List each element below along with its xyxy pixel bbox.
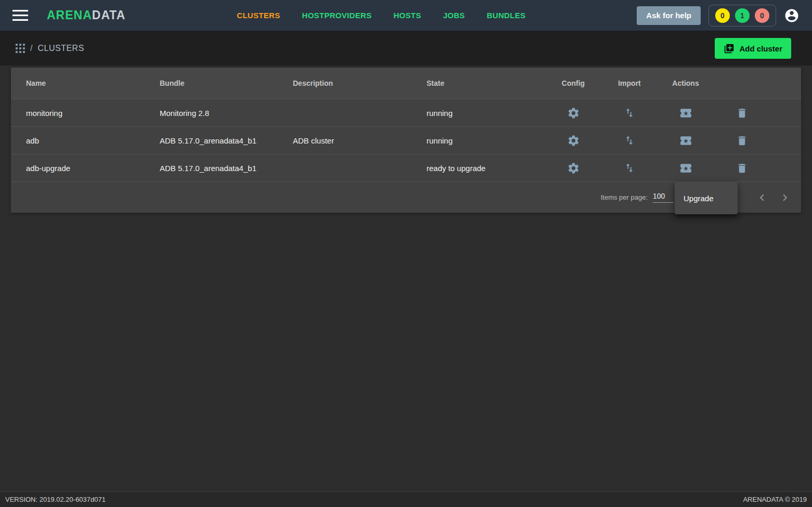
- nav-hosts[interactable]: HOSTS: [393, 11, 421, 20]
- jobs-success-badge[interactable]: 1: [735, 8, 750, 23]
- add-cluster-icon: [724, 43, 734, 54]
- nav-bundles[interactable]: BUNDLES: [487, 11, 526, 20]
- trash-icon: [736, 107, 748, 119]
- navbar-right-section: Ask for help 0 1 0: [637, 5, 800, 27]
- breadcrumb-current[interactable]: CLUSTERS: [37, 44, 84, 53]
- actions-button[interactable]: [679, 134, 692, 147]
- cell-bundle: ADB 5.17.0_arenadata4_b1: [160, 164, 293, 173]
- next-page-button[interactable]: [775, 187, 795, 208]
- account-circle-icon: [784, 8, 800, 23]
- cell-bundle: ADB 5.17.0_arenadata4_b1: [160, 136, 293, 145]
- cell-name: adb-upgrade: [11, 164, 160, 173]
- nav-hostproviders[interactable]: HOSTPROVIDERS: [302, 11, 372, 20]
- page-footer: VERSION: 2019.02.20-6037d071 ARENADATA ©…: [0, 491, 812, 507]
- main-content: Name Bundle Description State Config Imp…: [0, 66, 812, 491]
- version-text: VERSION: 2019.02.20-6037d071: [5, 496, 106, 503]
- add-cluster-button[interactable]: Add cluster: [715, 38, 791, 59]
- column-header-import: Import: [601, 79, 658, 87]
- import-button[interactable]: [624, 162, 635, 174]
- breadcrumb-bar: / CLUSTERS Add cluster: [0, 31, 812, 66]
- items-per-page-select[interactable]: 100: [653, 192, 674, 203]
- jobs-failed-badge[interactable]: 0: [755, 8, 769, 23]
- table-header-row: Name Bundle Description State Config Imp…: [11, 68, 801, 99]
- delete-button[interactable]: [736, 135, 748, 147]
- cell-state: running: [427, 109, 545, 118]
- config-button[interactable]: [567, 134, 580, 147]
- actions-button[interactable]: [679, 107, 692, 120]
- column-header-description: Description: [293, 79, 427, 87]
- actions-dropdown-menu: Upgrade: [675, 182, 738, 214]
- add-cluster-label: Add cluster: [739, 44, 782, 53]
- gear-icon: [567, 134, 580, 147]
- config-button[interactable]: [567, 107, 580, 120]
- arenadata-logo: ARENADATA: [47, 8, 125, 22]
- nav-clusters[interactable]: CLUSTERS: [237, 11, 280, 20]
- gear-icon: [567, 162, 580, 175]
- column-header-name: Name: [11, 79, 160, 87]
- ask-for-help-button[interactable]: Ask for help: [637, 6, 701, 25]
- copyright-text: ARENADATA © 2019: [743, 496, 807, 503]
- menu-button[interactable]: [12, 10, 28, 21]
- items-per-page-value: 100: [653, 192, 665, 200]
- delete-button[interactable]: [736, 107, 748, 119]
- cell-bundle: Monitoring 2.8: [160, 109, 293, 118]
- top-navbar: ARENADATA CLUSTERS HOSTPROVIDERS HOSTS J…: [0, 0, 812, 31]
- nav-jobs[interactable]: JOBS: [443, 11, 465, 20]
- import-button[interactable]: [624, 135, 635, 146]
- column-header-state: State: [427, 79, 545, 87]
- trash-icon: [736, 162, 748, 174]
- column-header-bundle: Bundle: [160, 79, 293, 87]
- logo-text-arena: ARENA: [47, 8, 92, 22]
- logo-text-data: DATA: [92, 8, 125, 22]
- account-button[interactable]: [784, 8, 800, 23]
- upgrade-menu-item[interactable]: Upgrade: [675, 182, 738, 214]
- jobs-warning-badge[interactable]: 0: [715, 8, 730, 23]
- cell-name: monitoring: [11, 109, 160, 118]
- config-button[interactable]: [567, 162, 580, 175]
- actions-ticket-icon: [679, 134, 692, 147]
- table-row[interactable]: monitoring Monitoring 2.8 running: [11, 99, 801, 126]
- breadcrumb-separator: /: [30, 44, 32, 53]
- job-status-badges: 0 1 0: [708, 5, 776, 27]
- column-header-config: Config: [545, 79, 601, 87]
- table-row[interactable]: adb ADB 5.17.0_arenadata4_b1 ADB cluster…: [11, 126, 801, 154]
- column-header-actions: Actions: [658, 79, 714, 87]
- import-button[interactable]: [624, 107, 635, 119]
- actions-button[interactable]: [679, 162, 692, 175]
- actions-ticket-icon: [679, 162, 692, 175]
- table-row[interactable]: adb-upgrade ADB 5.17.0_arenadata4_b1 rea…: [11, 154, 801, 181]
- import-export-icon: [624, 162, 635, 174]
- chevron-left-icon: [755, 191, 769, 204]
- import-export-icon: [624, 107, 635, 119]
- actions-ticket-icon: [679, 107, 692, 120]
- hamburger-icon: [12, 10, 28, 21]
- gear-icon: [567, 107, 580, 120]
- trash-icon: [736, 135, 748, 147]
- delete-button[interactable]: [736, 162, 748, 174]
- cell-name: adb: [11, 136, 160, 145]
- cell-description: ADB cluster: [293, 136, 427, 145]
- main-nav: CLUSTERS HOSTPROVIDERS HOSTS JOBS BUNDLE…: [125, 11, 637, 20]
- items-per-page-label: Items per page:: [601, 193, 648, 201]
- import-export-icon: [624, 135, 635, 146]
- chevron-right-icon: [778, 191, 792, 204]
- previous-page-button[interactable]: [752, 187, 772, 208]
- cell-state: running: [427, 136, 545, 145]
- grid-icon: [16, 44, 25, 53]
- cell-state: ready to upgrade: [427, 164, 545, 173]
- apps-grid-icon[interactable]: [16, 44, 25, 53]
